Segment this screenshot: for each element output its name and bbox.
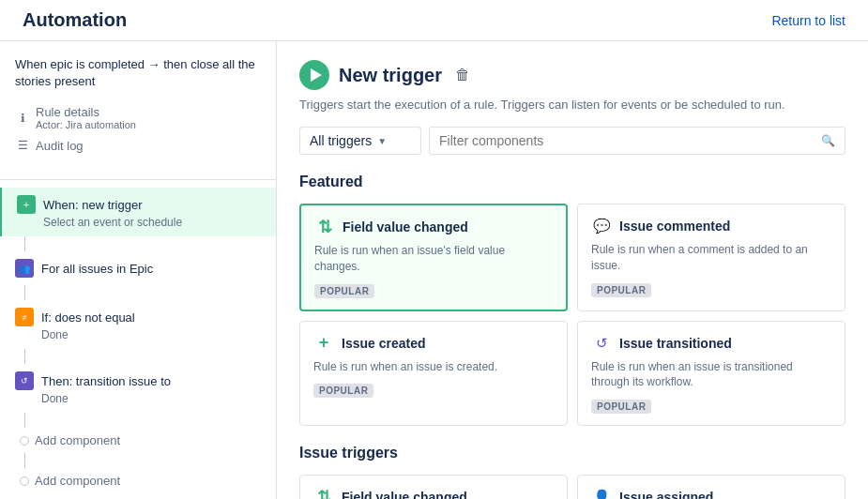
sidebar-meta: ℹ Rule details Actor: Jira automation ☰ …: [0, 101, 276, 172]
trigger-select-label: All triggers: [310, 133, 372, 148]
return-to-list-link[interactable]: Return to list: [771, 13, 845, 28]
sidebar: When epic is completed → then close all …: [0, 41, 277, 499]
action-header: ↺ Then: transition issue to: [15, 371, 261, 390]
right-panel: New trigger 🗑 Triggers start the executi…: [277, 41, 868, 499]
condition-icon: ≠: [15, 308, 34, 326]
top-bar: Automation Return to list: [0, 0, 868, 41]
trigger-sublabel: Select an event or schedule: [17, 216, 261, 229]
for-all-header: 👥 For all issues in Epic: [15, 259, 261, 278]
document-icon: ☰: [15, 138, 30, 153]
rule-details-label: Rule details: [36, 105, 136, 119]
action-icon: ↺: [15, 371, 34, 390]
card-field-value-changed-featured[interactable]: ⇅ Field value changed Rule is run when a…: [299, 204, 568, 311]
workflow-item-for-all[interactable]: 👥 For all issues in Epic: [0, 251, 276, 285]
card-issue-commented-featured[interactable]: 💬 Issue commented Rule is run when a com…: [577, 204, 845, 311]
add-component-child-label: Add component: [35, 433, 120, 447]
for-all-icon: 👥: [15, 259, 34, 278]
main-layout: When epic is completed → then close all …: [0, 41, 868, 499]
connector-4: [24, 413, 25, 428]
card-issue-assigned[interactable]: 👤 Issue assigned Rule is run when an iss…: [577, 475, 845, 499]
add-component-root[interactable]: Add component: [0, 468, 276, 493]
filter-text-field[interactable]: [439, 133, 815, 148]
card-header: 👤 Issue assigned: [591, 487, 831, 499]
connector-3: [24, 349, 25, 364]
card-title: Field value changed: [343, 219, 468, 234]
app-container: Automation Return to list When epic is c…: [0, 0, 868, 499]
field-value-icon: ⇅: [314, 217, 335, 237]
popular-badge: POPULAR: [314, 284, 374, 298]
transition-icon: ↺: [591, 333, 612, 354]
workflow-item-trigger[interactable]: + When: new trigger Select an event or s…: [0, 188, 276, 236]
card-field-value-changed-issue[interactable]: ⇅ Field value changed Rule is run when a…: [299, 475, 568, 499]
actor-label: Actor: Jira automation: [36, 119, 136, 130]
filter-components-input[interactable]: 🔍: [429, 127, 845, 155]
add-component-root-label: Add component: [35, 474, 120, 488]
add-component-child[interactable]: Add component: [0, 428, 276, 453]
card-desc: Rule is run when an issue's field value …: [314, 243, 553, 275]
add-dot-icon-2: [20, 476, 29, 486]
condition-label: If: does not equal: [41, 310, 135, 325]
connector-2: [24, 285, 25, 300]
add-dot-icon: [20, 436, 29, 446]
condition-sublabel: Done: [15, 328, 261, 341]
search-icon[interactable]: 🔍: [821, 134, 835, 147]
workflow-item-action[interactable]: ↺ Then: transition issue to Done: [0, 364, 276, 413]
card-title: Issue created: [342, 336, 426, 351]
comment-icon: 💬: [591, 216, 612, 236]
play-icon: [299, 60, 329, 90]
trash-icon[interactable]: 🗑: [455, 67, 470, 83]
panel-header: New trigger 🗑: [299, 60, 845, 90]
card-title: Issue commented: [619, 219, 730, 234]
card-header: ⇅ Field value changed: [313, 487, 554, 499]
card-issue-transitioned-featured[interactable]: ↺ Issue transitioned Rule is run when an…: [577, 321, 845, 427]
audit-log-label: Audit log: [36, 139, 84, 153]
trigger-icon: +: [17, 195, 36, 214]
sidebar-meta-rule-details[interactable]: ℹ Rule details Actor: Jira automation: [15, 101, 261, 134]
chevron-down-icon: ▼: [377, 136, 387, 146]
card-header: ⇅ Field value changed: [314, 217, 553, 237]
for-all-label: For all issues in Epic: [41, 262, 153, 276]
panel-subtitle: Triggers start the execution of a rule. …: [299, 98, 845, 112]
card-header: 💬 Issue commented: [591, 216, 831, 236]
featured-cards-grid: ⇅ Field value changed Rule is run when a…: [299, 204, 845, 426]
sidebar-divider: [0, 179, 276, 180]
create-icon: +: [313, 333, 334, 354]
popular-badge: POPULAR: [591, 400, 651, 414]
card-header: + Issue created: [313, 333, 554, 354]
connector-1: [24, 236, 25, 251]
card-header: ↺ Issue transitioned: [591, 333, 831, 354]
card-issue-created-featured[interactable]: + Issue created Rule is run when an issu…: [299, 321, 568, 427]
card-title: Issue assigned: [619, 490, 713, 499]
featured-section-title: Featured: [299, 174, 845, 190]
play-triangle: [311, 68, 322, 82]
trigger-label: When: new trigger: [43, 198, 143, 212]
meta-item-content: Rule details Actor: Jira automation: [36, 105, 136, 130]
condition-header: ≠ If: does not equal: [15, 308, 261, 326]
filter-row: All triggers ▼ 🔍: [299, 127, 845, 155]
action-label: Then: transition issue to: [41, 374, 171, 388]
issue-trigger-cards-grid: ⇅ Field value changed Rule is run when a…: [299, 475, 845, 499]
sidebar-meta-audit-log[interactable]: ☰ Audit log: [15, 134, 261, 157]
popular-badge: POPULAR: [591, 283, 651, 297]
card-desc: Rule is run when a comment is added to a…: [591, 242, 831, 274]
trigger-type-select[interactable]: All triggers ▼: [299, 127, 421, 155]
assign-icon: 👤: [591, 487, 612, 499]
card-title: Issue transitioned: [619, 336, 732, 351]
info-icon: ℹ: [15, 111, 30, 126]
card-title: Field value changed: [342, 490, 467, 499]
popular-badge: POPULAR: [313, 384, 373, 398]
app-title: Automation: [23, 9, 127, 31]
workflow-item-header: + When: new trigger: [17, 195, 261, 214]
action-sublabel: Done: [15, 392, 261, 405]
field-value-icon-2: ⇅: [313, 487, 334, 499]
workflow-item-condition[interactable]: ≠ If: does not equal Done: [0, 300, 276, 349]
card-desc: Rule is run when an issue is transitione…: [591, 359, 831, 391]
sidebar-rule-title: When epic is completed → then close all …: [0, 56, 276, 101]
issue-triggers-section-title: Issue triggers: [299, 445, 845, 461]
card-desc: Rule is run when an issue is created.: [313, 359, 554, 375]
connector-5: [24, 453, 25, 468]
panel-title: New trigger: [339, 65, 442, 86]
